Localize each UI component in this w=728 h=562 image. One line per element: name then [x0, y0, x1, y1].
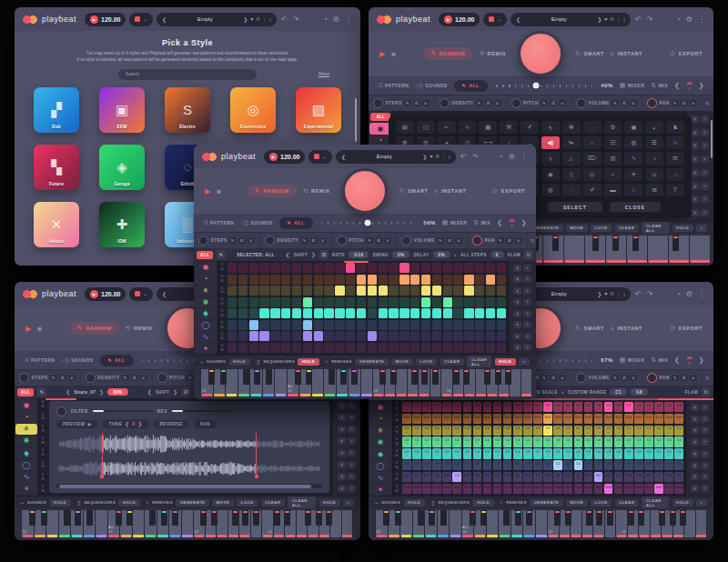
footer-clear-all-button[interactable]: CLEAR ALL [288, 497, 316, 508]
footer-lock-button[interactable]: LOCK [416, 358, 437, 366]
piano-key-black[interactable] [326, 510, 332, 526]
step-cell[interactable] [497, 308, 506, 318]
row-target-button[interactable]: ✦ [701, 183, 709, 190]
step-cell[interactable] [410, 308, 420, 318]
piano-key-black[interactable] [295, 369, 301, 385]
pitch-cell[interactable]: C3⌄ [553, 426, 562, 436]
step-cell[interactable] [389, 343, 398, 353]
pitch-cell[interactable]: D#3⌄ [654, 414, 663, 424]
save-icon[interactable]: ⤓ [623, 16, 625, 23]
dice-icon[interactable]: ⚂ [181, 387, 190, 396]
row-target-button[interactable]: ✦ [701, 438, 709, 446]
remixes-hold-button[interactable]: HOLD [672, 499, 693, 507]
next-preset-icon[interactable]: ❯ [597, 291, 602, 297]
sample-end-marker[interactable] [256, 433, 257, 476]
style-tile-electro[interactable]: SElectro [165, 87, 210, 133]
edit-icon[interactable]: ✎ [672, 100, 679, 107]
step-cell[interactable] [368, 286, 377, 296]
pitch-cell[interactable]: G#2⌄ [594, 484, 603, 494]
stop-button[interactable]: ■ [217, 187, 221, 196]
pitch-cell[interactable]: G#2⌄ [493, 484, 502, 494]
piano-key-black[interactable] [505, 369, 511, 385]
pitch-cell[interactable]: C3⌄ [513, 426, 522, 436]
pitch-cell[interactable]: C3⌄ [574, 426, 583, 436]
all-toggle[interactable]: ✎ALL [100, 355, 134, 366]
step-cell[interactable] [475, 286, 484, 296]
step-cell[interactable] [432, 331, 441, 341]
smart-button[interactable]: ↻SMART [575, 50, 604, 57]
pitch-cell[interactable]: D#3⌄ [503, 472, 512, 482]
pitch-cell[interactable]: D#3⌄ [463, 414, 472, 424]
rate-value[interactable]: 1/16 [349, 251, 369, 258]
pitch-cell[interactable]: C3⌄ [574, 460, 583, 470]
tab-sounds[interactable]: ◁)SOUNDS [415, 82, 447, 89]
lock-icon[interactable]: ⊘ [690, 100, 697, 107]
pitch-cell[interactable]: C3⌄ [422, 402, 431, 412]
settings-icon[interactable]: ⚙ [686, 290, 693, 298]
pitch-cell[interactable]: G#2⌄ [422, 484, 431, 494]
step-cell[interactable] [443, 297, 452, 307]
shift-left-icon[interactable]: ❮ [147, 389, 152, 395]
pitch-cell[interactable]: G#2⌄ [584, 484, 593, 494]
pitch-cell[interactable]: C3⌄ [513, 402, 522, 412]
step-cell[interactable] [410, 320, 420, 330]
pitch-cell[interactable]: C3⌄ [624, 426, 633, 436]
pitch-cell[interactable]: C3⌄ [674, 402, 683, 412]
track-button-6[interactable]: ◯ [15, 459, 37, 470]
knob[interactable] [647, 373, 657, 383]
loop-icon[interactable]: ↻ [702, 387, 711, 396]
pitch-cell[interactable]: G#2⌄ [523, 484, 532, 494]
mute-toggle[interactable]: M [42, 441, 45, 446]
step-cell[interactable] [292, 286, 301, 296]
edit-icon[interactable]: ✎ [437, 237, 444, 245]
sample-icon[interactable]: ∩ [666, 168, 684, 181]
preset-bar[interactable]: ❮Empty❯♥⟳│⤓ [157, 13, 277, 26]
pitch-cell[interactable]: C3⌄ [664, 448, 673, 458]
piano-key-black[interactable] [432, 369, 439, 385]
pitch-cell[interactable]: C3⌄ [452, 472, 461, 482]
prev-preset-icon[interactable]: ❮ [341, 154, 346, 160]
mute-toggle[interactable]: M [221, 290, 224, 295]
pitch-cell[interactable]: C3⌄ [452, 460, 461, 470]
waveform-scrollbar[interactable] [56, 484, 322, 488]
redo-icon[interactable]: ↷ [472, 153, 479, 161]
row-target-button[interactable]: ✦ [701, 115, 709, 123]
mute-toggle[interactable]: M [221, 279, 224, 284]
favorite-icon[interactable]: ♥ [604, 291, 607, 296]
step-cell[interactable] [281, 308, 290, 318]
pitch-cell[interactable]: C3⌄ [674, 448, 683, 458]
mute-toggle[interactable]: M [396, 466, 399, 470]
step-cell[interactable] [410, 297, 420, 307]
pitch-cell[interactable]: C3⌄ [644, 426, 653, 436]
play-button[interactable]: ▶ [205, 187, 210, 196]
step-cell[interactable] [453, 308, 462, 318]
step-cell[interactable] [324, 331, 333, 341]
pitch-cell[interactable]: A#3⌄ [523, 472, 532, 482]
pitch-cell[interactable]: G#2⌄ [412, 484, 421, 494]
step-cell[interactable] [314, 343, 323, 353]
mute-toggle[interactable]: M [221, 267, 224, 272]
row-speaker-button[interactable]: ◂) [691, 169, 699, 176]
pitch-cell[interactable]: G#2⌄ [644, 484, 653, 494]
pitch-cell[interactable]: G3⌄ [473, 472, 482, 482]
row-speaker-button[interactable]: ◂) [691, 438, 699, 446]
row-target-button[interactable]: ✦ [701, 416, 709, 423]
footer-clear-button[interactable]: CLEAR [261, 499, 285, 507]
piano-key-white[interactable] [182, 510, 195, 537]
step-cell[interactable] [497, 331, 506, 341]
play-button[interactable]: ▶ [379, 50, 385, 58]
sequencers-hold-button[interactable]: HOLD [472, 499, 493, 507]
pitch-cell[interactable]: C3⌄ [432, 460, 441, 470]
pitch-cell[interactable]: D#3⌄ [523, 414, 532, 424]
knob[interactable] [373, 98, 383, 108]
step-cell[interactable] [497, 320, 506, 330]
piano-key-white[interactable] [133, 510, 146, 537]
sample-icon[interactable]: ◉ [541, 168, 560, 181]
shift-right-icon[interactable]: ❯ [173, 389, 177, 395]
track-button-1[interactable]: ◉ [15, 399, 37, 410]
filter-knob[interactable] [56, 406, 66, 416]
pitch-cell[interactable]: G#2⌄ [674, 484, 683, 494]
step-cell[interactable] [421, 308, 430, 318]
undo-icon[interactable]: ↶ [635, 290, 642, 298]
track-button-4[interactable]: ❋ [369, 437, 391, 447]
